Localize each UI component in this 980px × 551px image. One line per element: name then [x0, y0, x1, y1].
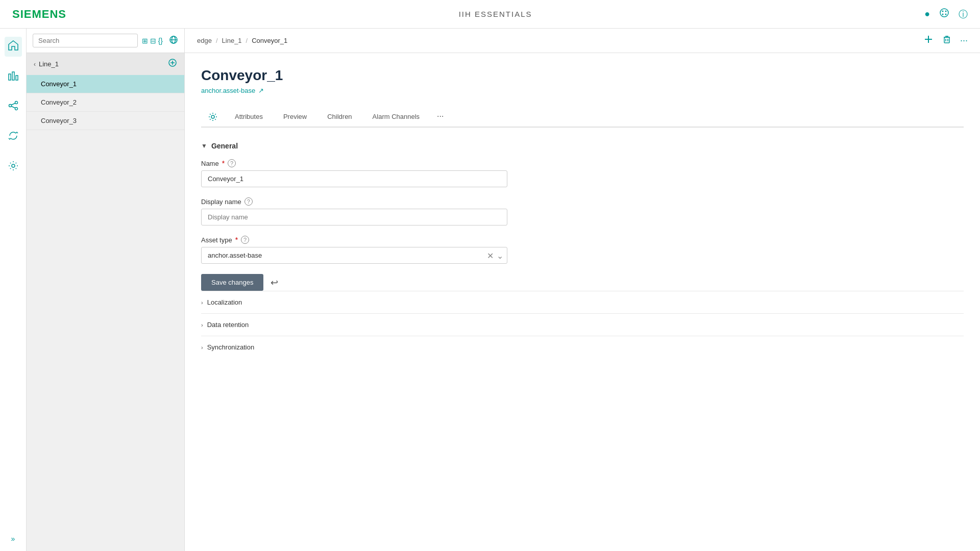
tab-preview[interactable]: Preview — [273, 108, 317, 127]
asset-title: Conveyor_1 — [201, 67, 964, 84]
tree-search-icons: ⊞ ⊟ {} — [142, 37, 163, 45]
asset-subtitle[interactable]: anchor.asset-base ↗ — [201, 87, 964, 94]
asset-type-select[interactable]: anchor.asset-base ✕ ⌄ — [201, 247, 507, 264]
svg-point-3 — [942, 14, 944, 15]
save-button[interactable]: Save changes — [201, 274, 263, 291]
data-retention-label: › Data retention — [201, 321, 964, 329]
app-title: IIH ESSENTIALS — [459, 10, 532, 18]
display-name-info-icon[interactable]: ? — [244, 197, 253, 206]
tabs: Attributes Preview Children Alarm Channe… — [201, 107, 964, 128]
detail-panel: Conveyor_1 anchor.asset-base ↗ Attribute… — [185, 53, 980, 551]
brackets-icon[interactable]: {} — [158, 37, 163, 45]
tree-header-left: ‹ Line_1 — [34, 60, 59, 68]
svg-rect-7 — [12, 72, 14, 80]
data-retention-section[interactable]: › Data retention — [201, 313, 964, 336]
display-name-label: Display name ? — [201, 197, 964, 206]
svg-line-12 — [11, 103, 15, 105]
filter-icon[interactable]: ⊟ — [150, 37, 156, 45]
svg-rect-6 — [9, 74, 11, 80]
content-area: edge / Line_1 / Conveyor_1 — [185, 29, 980, 551]
sidebar-item-dashboard[interactable] — [5, 37, 22, 57]
app-logo: SIEMENS — [12, 8, 66, 21]
delete-button[interactable] — [942, 34, 952, 47]
svg-point-14 — [12, 164, 15, 167]
topbar: SIEMENS IIH ESSENTIALS ● ⓘ — [0, 0, 980, 29]
name-required-mark: * — [222, 159, 225, 167]
main-layout: » ⊞ ⊟ {} ‹ Line_1 — [0, 29, 980, 551]
tree-search-bar: ⊞ ⊟ {} — [27, 29, 184, 53]
breadcrumb-sep-1: / — [216, 37, 218, 44]
tree-parent-label: Line_1 — [39, 60, 59, 68]
tree-item[interactable]: Conveyor_2 — [27, 93, 184, 112]
info-icon[interactable]: ⓘ — [959, 8, 968, 20]
synchronization-chevron-icon: › — [201, 344, 203, 350]
tab-alarm-channels[interactable]: Alarm Channels — [362, 108, 430, 127]
tab-gear[interactable] — [201, 108, 225, 126]
tree-back-icon[interactable]: ‹ — [34, 61, 36, 68]
breadcrumb: edge / Line_1 / Conveyor_1 — [197, 37, 287, 44]
svg-point-26 — [211, 115, 214, 118]
asset-type-info-icon[interactable]: ? — [241, 236, 249, 244]
svg-point-0 — [940, 9, 948, 17]
add-button[interactable] — [923, 34, 934, 47]
name-input[interactable] — [201, 170, 507, 187]
display-name-input[interactable] — [201, 209, 507, 226]
display-name-field-group: Display name ? — [201, 197, 964, 226]
localization-label: › Localization — [201, 298, 964, 306]
help-icon[interactable]: ● — [924, 9, 930, 19]
asset-type-label: Asset type * ? — [201, 236, 964, 244]
name-label: Name * ? — [201, 159, 964, 167]
general-section-label: General — [211, 142, 238, 150]
localization-chevron-icon: › — [201, 299, 203, 306]
sidebar-item-settings[interactable] — [5, 157, 22, 177]
tree-add-icon[interactable] — [168, 58, 177, 70]
svg-point-4 — [945, 14, 947, 15]
asset-type-value[interactable]: anchor.asset-base — [201, 247, 507, 264]
localization-section[interactable]: › Localization — [201, 291, 964, 313]
asset-type-required-mark: * — [235, 236, 238, 244]
synchronization-label: › Synchronization — [201, 343, 964, 351]
svg-rect-23 — [944, 37, 949, 43]
general-chevron-icon: ▼ — [201, 142, 207, 149]
sidebar-expand-button[interactable]: » — [11, 535, 15, 543]
data-retention-chevron-icon: › — [201, 322, 203, 328]
icon-sidebar: » — [0, 29, 27, 551]
name-field-group: Name * ? — [201, 159, 964, 187]
tree-item[interactable]: Conveyor_3 — [27, 112, 184, 130]
breadcrumb-actions: ··· — [923, 34, 968, 47]
apps-icon[interactable] — [939, 8, 949, 20]
reset-button[interactable]: ↩ — [271, 277, 278, 288]
breadcrumb-line1[interactable]: Line_1 — [222, 37, 242, 44]
name-info-icon[interactable]: ? — [228, 159, 236, 167]
svg-point-2 — [945, 11, 947, 12]
svg-marker-5 — [9, 41, 18, 50]
asset-type-select-icons: ✕ ⌄ — [487, 251, 503, 260]
tree-header: ‹ Line_1 — [27, 53, 184, 75]
asset-subtitle-arrow: ↗ — [258, 87, 264, 94]
sidebar-item-sync[interactable] — [5, 127, 22, 147]
svg-rect-8 — [16, 76, 18, 80]
svg-point-11 — [15, 108, 17, 110]
form-actions: Save changes ↩ — [201, 274, 964, 291]
chevron-down-icon[interactable]: ⌄ — [497, 251, 503, 260]
search-input[interactable] — [33, 34, 138, 47]
svg-line-13 — [11, 106, 15, 108]
tree-item[interactable]: Conveyor_1 — [27, 75, 184, 93]
more-button[interactable]: ··· — [960, 35, 968, 46]
breadcrumb-conveyor1: Conveyor_1 — [252, 37, 287, 44]
sidebar-item-share[interactable] — [5, 97, 22, 117]
tab-more[interactable]: ··· — [430, 107, 451, 128]
tab-children[interactable]: Children — [317, 108, 362, 127]
tab-attributes[interactable]: Attributes — [225, 108, 273, 127]
grid-icon[interactable]: ⊞ — [142, 37, 148, 45]
svg-point-9 — [15, 102, 17, 104]
breadcrumb-edge[interactable]: edge — [197, 37, 212, 44]
asset-type-field-group: Asset type * ? anchor.asset-base ✕ ⌄ — [201, 236, 964, 264]
tree-panel: ⊞ ⊟ {} ‹ Line_1 — [27, 29, 185, 551]
sidebar-item-analytics[interactable] — [5, 67, 22, 87]
synchronization-section[interactable]: › Synchronization — [201, 336, 964, 358]
svg-point-10 — [9, 105, 11, 107]
general-section-header[interactable]: ▼ General — [201, 142, 964, 150]
globe-icon[interactable] — [169, 35, 178, 46]
clear-icon[interactable]: ✕ — [487, 251, 494, 260]
